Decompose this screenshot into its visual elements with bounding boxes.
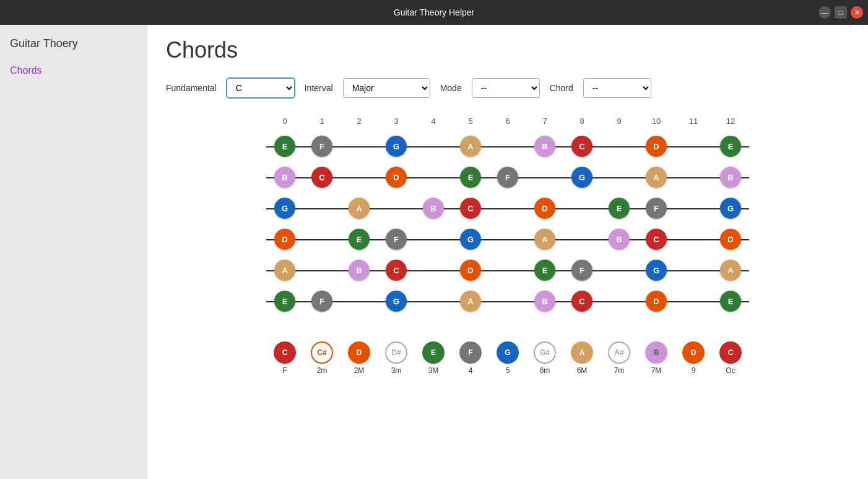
note-circle[interactable]: B: [534, 136, 555, 157]
note-circle[interactable]: E: [349, 229, 370, 250]
note-circle[interactable]: E: [534, 260, 555, 281]
legend-interval-label: 6m: [540, 366, 550, 375]
maximize-button[interactable]: □: [835, 6, 847, 19]
chord-select[interactable]: --IIIIII IVVVIVII: [583, 78, 651, 98]
note-circle[interactable]: D: [646, 291, 667, 312]
close-button[interactable]: ✕: [851, 6, 863, 19]
note-circle[interactable]: B: [720, 167, 741, 188]
string-row: EFGABCDE: [266, 131, 749, 162]
string-line: [266, 239, 749, 240]
app-body: Guitar Thoery Chords Chords Fundamental …: [0, 25, 868, 479]
legend-circle[interactable]: C: [719, 341, 742, 364]
legend-circle[interactable]: G: [497, 341, 519, 364]
mode-select[interactable]: --IonianDorianPhrygian LydianMixolydianA…: [472, 78, 540, 98]
legend-circle[interactable]: D#: [385, 341, 407, 364]
note-circle[interactable]: C: [386, 260, 407, 281]
string-row: DEFGABCD: [266, 224, 749, 255]
note-circle[interactable]: F: [311, 291, 332, 312]
note-circle[interactable]: B: [274, 167, 295, 188]
legend-circle[interactable]: B: [645, 341, 667, 364]
legend-circle[interactable]: E: [422, 341, 445, 364]
legend-circle[interactable]: A: [571, 341, 593, 364]
string-line: [266, 146, 749, 147]
legend-circle[interactable]: A#: [608, 341, 630, 364]
fret-number: 3: [378, 116, 415, 126]
note-circle[interactable]: E: [274, 136, 295, 157]
note-circle[interactable]: B: [423, 198, 444, 219]
fundamental-select[interactable]: CC#DD# EFF#G G#AA#B: [227, 78, 295, 98]
fret-number: 9: [601, 116, 638, 126]
legend-item: G#6m: [526, 341, 563, 375]
note-circle[interactable]: F: [571, 260, 592, 281]
legend-item: COc: [712, 341, 749, 375]
note-circle[interactable]: D: [386, 167, 407, 188]
note-circle[interactable]: A: [460, 291, 481, 312]
legend-circle[interactable]: C#: [311, 341, 333, 364]
note-circle[interactable]: C: [571, 136, 592, 157]
note-circle[interactable]: E: [274, 291, 295, 312]
note-circle[interactable]: E: [609, 198, 630, 219]
legend-interval-label: 9: [692, 366, 696, 375]
note-circle[interactable]: A: [720, 260, 741, 281]
note-circle[interactable]: A: [534, 229, 555, 250]
legend-circle[interactable]: G#: [534, 341, 556, 364]
note-circle[interactable]: C: [646, 229, 667, 250]
fret-number: 7: [526, 116, 563, 126]
legend-circle[interactable]: D: [348, 341, 370, 364]
note-circle[interactable]: C: [571, 291, 592, 312]
note-circle[interactable]: C: [311, 167, 332, 188]
legend-interval-label: 3m: [391, 366, 402, 375]
fret-numbers: 0123456789101112: [266, 116, 749, 126]
note-circle[interactable]: A: [460, 136, 481, 157]
legend-circle[interactable]: D: [682, 341, 705, 364]
note-circle[interactable]: G: [460, 229, 481, 250]
chord-label: Chord: [550, 83, 573, 93]
legend-item: A#7m: [601, 341, 638, 375]
note-circle[interactable]: E: [720, 136, 741, 157]
note-circle[interactable]: C: [460, 198, 481, 219]
note-circle[interactable]: D: [646, 136, 667, 157]
note-circle[interactable]: G: [274, 198, 295, 219]
sidebar-item-chords[interactable]: Chords: [10, 63, 137, 79]
strings-container: EFGABCDEBCDEFGABGABCDEFGDEFGABCDABCDEFGA…: [266, 131, 749, 317]
fret-number: 4: [415, 116, 452, 126]
legend-circle[interactable]: F: [459, 341, 482, 364]
note-circle[interactable]: E: [720, 291, 741, 312]
window-controls: — □ ✕: [818, 6, 863, 19]
fret-number: 2: [341, 116, 378, 126]
note-circle[interactable]: D: [720, 229, 741, 250]
legend-item: E3M: [415, 341, 452, 375]
note-circle[interactable]: G: [720, 198, 741, 219]
note-circle[interactable]: B: [349, 260, 370, 281]
note-circle[interactable]: A: [349, 198, 370, 219]
note-circle[interactable]: E: [460, 167, 481, 188]
note-circle[interactable]: B: [534, 291, 555, 312]
legend-interval-label: Oc: [726, 366, 735, 375]
legend-item: G5: [489, 341, 526, 375]
note-circle[interactable]: D: [534, 198, 555, 219]
interval-select[interactable]: MajorMinorHarmonic MinorMelodic Minor: [343, 78, 430, 98]
titlebar: Guitar Theory Helper — □ ✕: [0, 0, 868, 25]
note-circle[interactable]: D: [274, 229, 295, 250]
legend-interval-label: 7M: [651, 366, 662, 375]
legend-circle[interactable]: C: [274, 341, 296, 364]
note-circle[interactable]: A: [646, 167, 667, 188]
legend-item: F4: [452, 341, 489, 375]
note-circle[interactable]: F: [386, 229, 407, 250]
note-circle[interactable]: F: [497, 167, 518, 188]
legend-interval-label: 3M: [428, 366, 439, 375]
note-circle[interactable]: B: [609, 229, 630, 250]
note-circle[interactable]: D: [460, 260, 481, 281]
note-circle[interactable]: G: [386, 291, 407, 312]
note-circle[interactable]: F: [311, 136, 332, 157]
note-circle[interactable]: F: [646, 198, 667, 219]
legend-item: CF: [266, 341, 303, 375]
note-circle[interactable]: G: [386, 136, 407, 157]
note-circle[interactable]: G: [646, 260, 667, 281]
minimize-button[interactable]: —: [818, 6, 831, 19]
note-circle[interactable]: G: [571, 167, 592, 188]
string-row: GABCDEFG: [266, 193, 749, 224]
legend-interval-label: 7m: [614, 366, 625, 375]
string-line: [266, 208, 749, 209]
note-circle[interactable]: A: [274, 260, 295, 281]
